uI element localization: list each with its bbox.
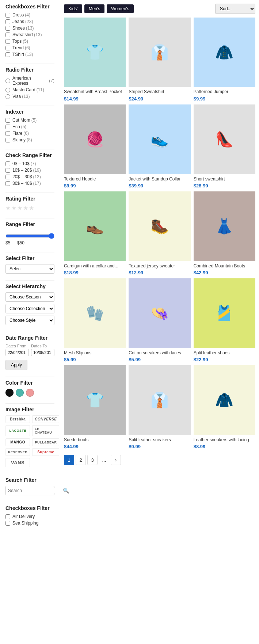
page-next-button[interactable]: › [111,455,121,465]
search-input[interactable] [8,488,63,493]
tab-womens[interactable]: Women's [107,4,133,13]
date-to-input[interactable] [31,349,54,356]
product-card[interactable]: 👟 Jacket with Standup Collar $39.99 [129,104,190,188]
star-3[interactable]: ★ [17,205,22,212]
apply-button[interactable]: Apply [5,360,27,370]
brand-supreme[interactable]: Supreme [32,448,59,456]
radio-filter-section: Radio Filter American Express (7) Master… [5,67,54,99]
check-range-checkbox[interactable] [5,168,10,173]
product-card[interactable]: 🧤 Mesh Slip ons $5.99 [64,278,126,362]
color-swatch-teal[interactable] [16,389,24,397]
product-image: 👔 [129,365,190,435]
product-price: $44.99 [64,444,126,449]
rating-filter-title: Rating Filter [5,196,54,202]
product-card[interactable]: 🧥 Leather sneakers with lacing $8.99 [194,365,255,449]
radio-input[interactable] [5,88,10,92]
product-card[interactable]: 👗 Combined Mountain Boots $42.99 [194,191,255,275]
product-card[interactable]: 🧥 Patterned Jumper $9.99 [194,18,255,102]
main-content: Kids' Men's Women's Sort... 👕 Sweatshirt… [60,0,259,536]
checkbox-input[interactable] [5,46,10,50]
choose-season-dropdown[interactable]: Choose Season [5,292,54,302]
indexer-checkbox[interactable] [5,125,10,129]
rating-stars[interactable]: ★ ★ ★ ★ ★ [5,205,54,212]
product-card[interactable]: 🧶 Textured Hoodie $9.99 [64,104,126,188]
page-2-button[interactable]: 2 [76,455,86,465]
star-5[interactable]: ★ [29,205,34,212]
product-card[interactable]: 🥾 Textured jersey sweater $12.99 [129,191,190,275]
page-1-button[interactable]: 1 [64,455,74,465]
product-image: 🥾 [129,191,190,261]
radio-item: MasterCard (11) [5,87,54,92]
checkboxes-filter-section: Checkboxes Filter Dress (4) Jeans (23) S… [5,4,54,57]
choose-style-dropdown[interactable]: Choose Style [5,316,54,325]
brand-converse[interactable]: CONVERSE [32,415,59,423]
brand-lacoste[interactable]: LACOSTE [5,425,30,436]
date-range-section: Date Range Filter Dates From Dates To Ap… [5,335,54,370]
checkbox2-input[interactable] [5,514,10,519]
tab-mens[interactable]: Men's [84,4,105,13]
checkbox2-input[interactable] [5,521,10,526]
star-2[interactable]: ★ [11,205,16,212]
indexer-checkbox[interactable] [5,131,10,136]
product-card[interactable]: 👔 Striped Sweatshirt $24.99 [129,18,190,102]
select-filter-dropdown[interactable]: Select [5,264,54,274]
check-range-checkbox[interactable] [5,175,10,179]
dates-to-label: Dates To [31,344,54,348]
product-figure: 🧥 [194,365,255,435]
checkbox-label: Tops [12,39,22,44]
indexer-label: Skinny [12,137,26,142]
checkbox-item: Dress (4) [5,12,54,18]
product-card[interactable]: 👠 Short sweatshirt $28.99 [194,104,255,188]
checkbox-input[interactable] [5,19,10,24]
product-name: Patterned Jumper [194,89,255,95]
radio-input[interactable] [5,94,10,99]
checkbox-input[interactable] [5,39,10,44]
checkbox-count: (23) [25,19,33,24]
checkbox-label: Jeans [12,19,24,24]
checkbox-input[interactable] [5,33,10,37]
indexer-checkbox[interactable] [5,138,10,142]
product-image: 👒 [129,278,190,348]
product-price: $42.99 [194,270,255,275]
color-swatch-black[interactable] [5,389,14,397]
choose-collection-dropdown[interactable]: Choose Collection [5,304,54,313]
tab-kids[interactable]: Kids' [64,4,82,13]
star-1[interactable]: ★ [5,205,11,212]
checkbox-input[interactable] [5,13,10,18]
range-slider-input[interactable] [5,233,54,239]
check-range-count: (17) [33,181,41,186]
product-card[interactable]: 👞 Cardigan with a collar and... $18.99 [64,191,126,275]
radio-count: (13) [22,94,30,99]
product-card[interactable]: 👔 Split leather sneakers $9.99 [129,365,190,449]
product-card[interactable]: 👕 Sweatshirt with Breast Pocket $14.99 [64,18,126,102]
sort-dropdown[interactable]: Sort... [215,4,255,14]
indexer-list: Cut Mom (5) Eco (5) Flare (6) Skinny (8) [5,118,54,142]
checkbox-input[interactable] [5,52,10,57]
check-range-item: 10$ – 20$ (19) [5,168,54,173]
color-swatch-pink[interactable] [26,389,34,397]
product-card[interactable]: 👕 Suede boots $44.99 [64,365,126,449]
select-filter-section: Select Filter Select [5,255,54,274]
product-card[interactable]: 👒 Cotton sneakers with laces $5.99 [129,278,190,362]
star-4[interactable]: ★ [23,205,28,212]
indexer-checkbox[interactable] [5,118,10,123]
indexer-label: Cut Mom [12,118,30,123]
check-range-checkbox[interactable] [5,161,10,166]
brand-vans[interactable]: VANS [5,458,30,467]
check-range-checkbox[interactable] [5,181,10,186]
brand-mango[interactable]: MANGO [5,438,30,446]
check-range-item: 30$ – 40$ (17) [5,181,54,186]
category-tabs: Kids' Men's Women's [64,4,134,13]
brand-le-chateau[interactable]: LE CHATEAU [32,425,59,436]
brand-bershka[interactable]: Bershka [5,415,30,423]
checkbox-input[interactable] [5,26,10,31]
product-name: Mesh Slip ons [64,350,126,356]
radio-input[interactable] [5,79,10,83]
date-from-input[interactable] [5,349,29,356]
brand-reserved[interactable]: RESERVED [5,448,30,456]
product-grid: 👕 Sweatshirt with Breast Pocket $14.99 👔… [64,18,255,449]
product-card[interactable]: 🎽 Split leather shoes $22.99 [194,278,255,362]
page-3-button[interactable]: 3 [87,455,98,465]
brand-pull-bear[interactable]: PULL&BEAR [32,438,59,446]
radio-item: Visa (13) [5,94,54,99]
